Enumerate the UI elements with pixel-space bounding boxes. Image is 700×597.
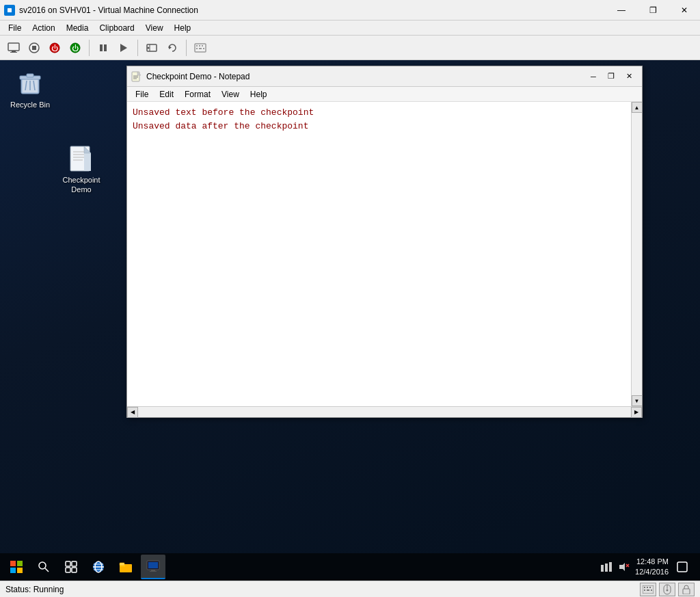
status-lock[interactable]: [678, 583, 695, 596]
status-text: Status: Running: [5, 585, 640, 594]
title-bar: sv2016 on SVHV01 - Virtual Machine Conne…: [0, 0, 700, 21]
scroll-track-h: [138, 407, 631, 417]
app-icon: [4, 5, 15, 16]
tray-sound[interactable]: [617, 560, 631, 574]
taskbar-explorer[interactable]: [113, 555, 138, 579]
restore-button[interactable]: ❐: [637, 0, 669, 21]
toolbar-sep-3: [186, 40, 187, 56]
notepad-scrollbar-horizontal[interactable]: ◀ ▶: [127, 406, 642, 417]
svg-rect-11: [100, 44, 103, 51]
np-menu-view[interactable]: View: [216, 88, 245, 101]
notepad-close[interactable]: ✕: [620, 69, 638, 84]
svg-rect-76: [649, 587, 651, 588]
notepad-restore[interactable]: ❐: [602, 69, 620, 84]
status-bar: Status: Running: [0, 581, 700, 597]
svg-rect-63: [148, 562, 158, 568]
toolbar-checkpoint[interactable]: [142, 38, 161, 57]
svg-rect-44: [10, 561, 16, 566]
status-mouse[interactable]: [659, 583, 675, 596]
checkpoint-demo-label: Checkpoint Demo: [59, 175, 103, 195]
menu-action[interactable]: Action: [27, 22, 60, 34]
scroll-left[interactable]: ◀: [127, 407, 138, 418]
toolbar-play[interactable]: [114, 38, 133, 57]
svg-rect-19: [196, 45, 198, 47]
desktop-icon-checkpoint-demo[interactable]: Checkpoint Demo: [57, 142, 106, 198]
menu-media[interactable]: Media: [61, 22, 94, 34]
menu-file[interactable]: File: [3, 22, 27, 34]
menu-help[interactable]: Help: [169, 22, 197, 34]
tray-network[interactable]: [600, 560, 613, 574]
svg-rect-1: [8, 8, 12, 12]
menu-view[interactable]: View: [140, 22, 169, 34]
svg-text:⏻: ⏻: [51, 44, 58, 52]
scroll-up[interactable]: ▲: [632, 102, 643, 113]
svg-rect-83: [683, 589, 690, 594]
svg-rect-74: [644, 587, 645, 588]
svg-rect-77: [644, 589, 645, 591]
status-keyboard[interactable]: [640, 583, 656, 596]
svg-rect-52: [66, 568, 70, 572]
toolbar-pause[interactable]: [94, 38, 113, 57]
notepad-window: Checkpoint Demo - Notepad ─ ❐ ✕ File Edi…: [126, 66, 643, 418]
notepad-content[interactable]: [127, 102, 631, 406]
svg-marker-17: [169, 46, 172, 49]
svg-rect-68: [609, 562, 612, 572]
window-title: sv2016 on SVHV01 - Virtual Machine Conne…: [19, 5, 606, 15]
status-right: [640, 583, 695, 596]
taskbar-vm-connection[interactable]: [141, 555, 165, 579]
toolbar-monitor[interactable]: [4, 38, 23, 57]
recycle-bin-label: Recycle Bin: [10, 100, 50, 109]
clock-date: 12/4/2016: [635, 567, 669, 577]
svg-rect-20: [199, 45, 200, 47]
svg-rect-53: [72, 568, 77, 572]
scroll-right[interactable]: ▶: [631, 407, 642, 418]
minimize-button[interactable]: —: [606, 0, 637, 21]
close-button[interactable]: ✕: [669, 0, 700, 21]
toolbar-power-off[interactable]: ⏻: [66, 38, 85, 57]
toolbar-power-on[interactable]: ⏻: [45, 38, 64, 57]
clock-time: 12:48 PM: [635, 557, 669, 567]
svg-rect-28: [27, 74, 33, 77]
toolbar-revert[interactable]: [163, 38, 182, 57]
np-menu-format[interactable]: Format: [179, 88, 216, 101]
svg-rect-50: [66, 561, 70, 566]
svg-rect-75: [647, 587, 648, 588]
svg-rect-78: [647, 589, 649, 591]
svg-rect-72: [677, 562, 687, 572]
taskbar-search[interactable]: [31, 555, 56, 579]
svg-rect-12: [104, 44, 107, 51]
toolbar-keyboard[interactable]: [191, 38, 210, 57]
svg-rect-66: [601, 565, 604, 572]
np-menu-edit[interactable]: Edit: [154, 88, 179, 101]
notepad-icon: [131, 71, 142, 82]
toolbar-stop[interactable]: [25, 38, 44, 57]
svg-rect-67: [605, 563, 608, 572]
action-center[interactable]: [673, 557, 692, 576]
taskbar-task-view[interactable]: [59, 555, 83, 579]
menu-clipboard[interactable]: Clipboard: [94, 22, 139, 34]
toolbar-sep-2: [137, 40, 138, 56]
notepad-minimize[interactable]: ─: [584, 69, 602, 84]
checkpoint-demo-icon: [68, 145, 95, 172]
notepad-scrollbar-vertical[interactable]: ▲ ▼: [631, 102, 642, 406]
svg-rect-64: [151, 570, 155, 571]
svg-rect-79: [651, 589, 652, 591]
svg-rect-21: [202, 45, 203, 47]
np-menu-help[interactable]: Help: [245, 88, 273, 101]
svg-text:⏻: ⏻: [72, 44, 79, 52]
start-button[interactable]: [3, 553, 30, 581]
scroll-down[interactable]: ▼: [632, 395, 643, 406]
recycle-bin-icon: [16, 70, 44, 97]
svg-rect-47: [17, 568, 23, 573]
desktop-icon-recycle-bin[interactable]: Recycle Bin: [5, 67, 55, 112]
svg-point-82: [667, 589, 669, 591]
notepad-title-text: Checkpoint Demo - Notepad: [146, 72, 584, 81]
svg-marker-69: [619, 563, 625, 571]
main-area: Recycle Bin Checkpoint Demo: [0, 60, 700, 553]
np-menu-file[interactable]: File: [130, 88, 154, 101]
toolbar-sep-1: [89, 40, 90, 56]
taskbar-ie[interactable]: [86, 555, 111, 579]
clock[interactable]: 12:48 PM 12/4/2016: [635, 557, 669, 578]
svg-rect-2: [8, 43, 19, 51]
notepad-body: ▲ ▼: [127, 102, 642, 406]
